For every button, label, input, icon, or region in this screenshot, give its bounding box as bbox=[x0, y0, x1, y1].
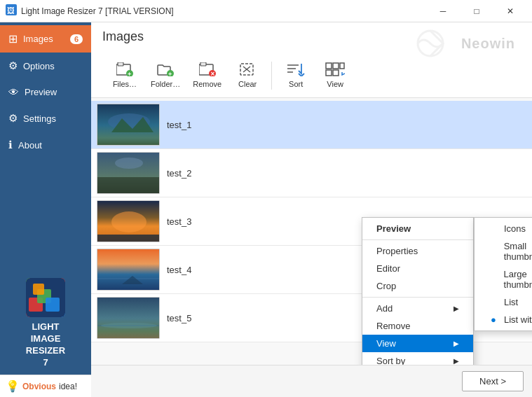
title-bar-text: Light Image Resizer 7 [TRIAL VERSION] bbox=[21, 6, 427, 16]
item-name-5: test_5 bbox=[167, 313, 191, 323]
clear-button[interactable]: Clear bbox=[228, 59, 267, 92]
svg-rect-37 bbox=[97, 235, 160, 242]
ctx-sep-2 bbox=[362, 297, 473, 298]
list-item[interactable]: test_2 bbox=[91, 149, 532, 197]
remove-icon: × bbox=[199, 62, 216, 78]
footer: Next > bbox=[91, 365, 532, 397]
sub-list[interactable]: List bbox=[475, 293, 532, 311]
files-button[interactable]: + Files… bbox=[105, 59, 144, 92]
toolbar-separator bbox=[271, 62, 272, 90]
next-button[interactable]: Next > bbox=[462, 371, 524, 391]
app-icon: 🖼 bbox=[6, 4, 17, 18]
sidebar-item-options[interactable]: ⚙ Options bbox=[0, 53, 91, 79]
sidebar-label-options: Options bbox=[23, 61, 55, 71]
thumbnail-4 bbox=[97, 249, 160, 291]
minimize-button[interactable]: ─ bbox=[427, 0, 459, 22]
remove-label: Remove bbox=[193, 80, 221, 88]
sub-list-with-preview[interactable]: ● List with preview bbox=[475, 311, 532, 328]
sort-button[interactable]: Sort bbox=[276, 59, 315, 92]
list-item[interactable]: test_1 bbox=[91, 101, 532, 149]
page-title: Images bbox=[102, 29, 144, 44]
item-name-1: test_1 bbox=[167, 120, 191, 130]
sub-icons[interactable]: Icons bbox=[475, 220, 532, 237]
svg-text:+: + bbox=[128, 71, 131, 76]
svg-rect-26 bbox=[340, 63, 344, 69]
settings-icon: ⚙ bbox=[8, 112, 18, 125]
svg-rect-28 bbox=[333, 70, 339, 76]
sub-large-thumbnails[interactable]: Large thumbnails bbox=[475, 265, 532, 293]
svg-text:×: × bbox=[210, 70, 214, 76]
sidebar-item-about[interactable]: ℹ About bbox=[0, 132, 91, 158]
app-logo: LIGHT IMAGE RESIZER 7 bbox=[0, 270, 91, 375]
app-body: ⊞ Images 6 ⚙ Options 👁 Preview ⚙ Setting… bbox=[0, 22, 532, 397]
view-submenu: Icons Small thumbnails Large thumbnails … bbox=[474, 217, 532, 331]
sub-list-preview-label: List with preview bbox=[504, 314, 532, 325]
sidebar-label-about: About bbox=[18, 140, 42, 151]
sidebar-label-settings: Settings bbox=[23, 113, 56, 124]
brand-name: Obvious bbox=[22, 382, 56, 391]
svg-rect-15 bbox=[200, 62, 206, 66]
logo-text: LIGHT IMAGE RESIZER 7 bbox=[26, 321, 65, 369]
title-bar: 🖼 Light Image Resizer 7 [TRIAL VERSION] … bbox=[0, 0, 532, 22]
svg-rect-6 bbox=[33, 284, 44, 295]
content-area: Images Neowin bbox=[91, 22, 532, 397]
thumbnail-1 bbox=[97, 104, 160, 146]
large-thumb-check bbox=[489, 274, 498, 285]
svg-point-43 bbox=[101, 323, 157, 328]
svg-rect-5 bbox=[46, 298, 60, 312]
maximize-button[interactable]: □ bbox=[461, 0, 493, 22]
images-icon: ⊞ bbox=[8, 32, 18, 46]
sub-small-thumbnails[interactable]: Small thumbnails bbox=[475, 237, 532, 265]
ctx-sort-by[interactable]: Sort by ▶ bbox=[362, 352, 473, 365]
logo-image bbox=[26, 278, 65, 317]
sidebar-item-preview[interactable]: 👁 Preview bbox=[0, 79, 91, 105]
sub-large-thumb-label: Large thumbnails bbox=[504, 269, 532, 290]
ctx-properties[interactable]: Properties bbox=[362, 242, 473, 260]
clear-icon bbox=[239, 62, 256, 78]
svg-rect-24 bbox=[326, 63, 332, 69]
brand-name-2: idea! bbox=[59, 382, 77, 391]
close-button[interactable]: ✕ bbox=[494, 0, 526, 22]
ctx-editor[interactable]: Editor bbox=[362, 260, 473, 277]
preview-icon: 👁 bbox=[8, 86, 19, 98]
svg-rect-33 bbox=[97, 177, 160, 194]
clear-label: Clear bbox=[238, 80, 257, 88]
options-icon: ⚙ bbox=[8, 60, 18, 72]
ctx-crop[interactable]: Crop bbox=[362, 277, 473, 295]
ctx-preview[interactable]: Preview bbox=[362, 220, 473, 237]
view-icon bbox=[325, 62, 345, 78]
small-thumb-check bbox=[489, 246, 498, 257]
sidebar-item-images[interactable]: ⊞ Images 6 bbox=[0, 25, 91, 53]
sub-list-label: List bbox=[504, 297, 518, 307]
sidebar-item-settings[interactable]: ⚙ Settings bbox=[0, 105, 91, 132]
about-icon: ℹ bbox=[8, 139, 13, 151]
svg-rect-38 bbox=[97, 249, 160, 291]
svg-rect-41 bbox=[97, 298, 160, 339]
files-icon: + bbox=[116, 62, 133, 78]
images-badge: 6 bbox=[70, 34, 83, 44]
item-name-3: test_3 bbox=[167, 216, 191, 227]
svg-rect-9 bbox=[118, 62, 123, 66]
ctx-view[interactable]: View ▶ bbox=[362, 335, 473, 352]
view-label: View bbox=[327, 80, 343, 88]
folders-label: Folder… bbox=[151, 80, 180, 88]
sidebar-label-images: Images bbox=[23, 34, 53, 44]
sort-label: Sort bbox=[289, 80, 303, 88]
ctx-remove[interactable]: Remove bbox=[362, 317, 473, 335]
window-controls: ─ □ ✕ bbox=[427, 0, 526, 22]
image-list[interactable]: test_1 test_2 bbox=[91, 98, 532, 365]
view-button[interactable]: View bbox=[315, 59, 355, 92]
item-name-4: test_4 bbox=[167, 265, 191, 275]
thumbnail-5 bbox=[97, 297, 160, 339]
svg-point-36 bbox=[111, 211, 146, 232]
folders-button[interactable]: + Folder… bbox=[144, 59, 186, 92]
ctx-add[interactable]: Add ▶ bbox=[362, 300, 473, 317]
thumbnail-3 bbox=[97, 200, 160, 242]
files-label: Files… bbox=[113, 80, 137, 88]
context-menu: Preview Properties Editor Crop Add ▶ Rem… bbox=[362, 217, 474, 365]
remove-button[interactable]: × Remove bbox=[186, 59, 228, 92]
branding-bar: 💡 Obviousidea! bbox=[0, 375, 91, 397]
content-header: Images Neowin bbox=[91, 22, 532, 98]
obviousidea-logo: 💡 Obviousidea! bbox=[6, 379, 77, 393]
svg-rect-27 bbox=[326, 70, 332, 76]
